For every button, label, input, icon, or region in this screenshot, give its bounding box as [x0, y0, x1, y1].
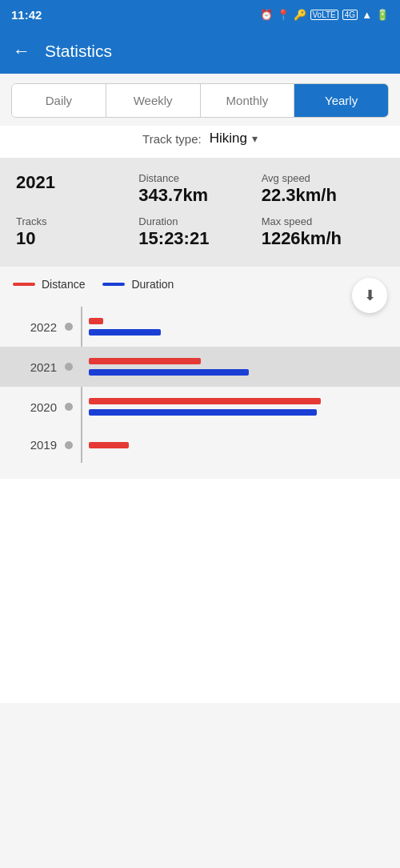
tab-monthly[interactable]: Monthly	[201, 84, 295, 117]
location-icon: 📍	[277, 9, 290, 21]
bar-duration-2020	[89, 409, 317, 416]
top-nav: ← Statistics	[0, 29, 400, 74]
bar-distance-2022	[89, 318, 103, 324]
bars-2022	[81, 318, 387, 336]
year-label-2021: 2021	[13, 360, 57, 374]
duration-label-cell: Duration 15:23:21	[138, 212, 261, 252]
export-icon: ⬇	[364, 287, 376, 304]
timeline-dot-2019	[65, 441, 73, 449]
bars-2020	[81, 398, 387, 416]
bar-distance-2020	[89, 398, 321, 404]
track-type-label: Track type:	[142, 132, 202, 146]
distance-value: 343.7km	[138, 185, 261, 206]
dropdown-arrow-icon: ▾	[252, 132, 258, 145]
chart-row-2021: 2021	[0, 347, 400, 387]
key-icon: 🔑	[294, 9, 306, 21]
maxspeed-value: 1226km/h	[262, 228, 384, 249]
chart-legend: Distance Duration	[13, 278, 387, 291]
tracks-value: 10	[16, 228, 138, 249]
track-type-value: Hiking	[210, 131, 247, 147]
year-label-2022: 2022	[13, 320, 57, 334]
bar-distance-2021	[89, 358, 201, 364]
back-button[interactable]: ←	[13, 41, 30, 62]
year-label-2019: 2019	[13, 438, 57, 452]
bottom-area	[0, 479, 400, 703]
timeline-col-2020	[57, 403, 81, 411]
bar-distance-2019	[89, 442, 129, 448]
status-icons: ⏰ 📍 🔑 VoLTE 4G ▲ 🔋	[260, 9, 390, 21]
battery-icon: 🔋	[376, 9, 389, 21]
bar-duration-2021	[89, 369, 249, 376]
tab-weekly[interactable]: Weekly	[106, 84, 201, 117]
stats-panel: 2021 Distance 343.7km Avg speed 22.3km/h…	[0, 158, 400, 267]
tracks-label: Tracks	[16, 215, 138, 227]
duration-label: Duration	[138, 215, 261, 227]
year-value: 2021	[16, 172, 138, 193]
bars-2019	[81, 442, 387, 448]
year-label-2020: 2020	[13, 400, 57, 414]
legend-duration: Duration	[102, 278, 174, 291]
duration-value: 15:23:21	[138, 228, 261, 249]
chart-row-2022: 2022	[13, 307, 387, 347]
legend-duration-line	[102, 283, 125, 286]
avgspeed-label-cell: Avg speed 22.3km/h	[262, 169, 384, 209]
legend-duration-label: Duration	[131, 278, 174, 291]
avgspeed-value: 22.3km/h	[262, 185, 384, 206]
chart-row-2020: 2020	[13, 387, 387, 427]
avgspeed-label: Avg speed	[262, 172, 384, 184]
year-cell: 2021	[16, 169, 138, 209]
4g-icon: 4G	[342, 10, 358, 20]
distance-label: Distance	[138, 172, 261, 184]
legend-distance-label: Distance	[42, 278, 85, 291]
bars-2021	[81, 358, 387, 376]
track-type-row: Track type: Hiking ▾	[0, 126, 400, 158]
page-title: Statistics	[45, 42, 112, 61]
tab-daily[interactable]: Daily	[12, 84, 106, 117]
timeline-dot-2020	[65, 403, 73, 411]
bar-duration-2022	[89, 329, 161, 336]
status-bar: 11:42 ⏰ 📍 🔑 VoLTE 4G ▲ 🔋	[0, 0, 400, 29]
tab-yearly[interactable]: Yearly	[294, 84, 388, 117]
signal-icon: ▲	[362, 9, 372, 21]
volte-icon: VoLTE	[310, 10, 338, 20]
maxspeed-label-cell: Max speed 1226km/h	[262, 212, 384, 252]
tab-bar: Daily Weekly Monthly Yearly	[11, 83, 389, 118]
track-type-select[interactable]: Hiking ▾	[210, 131, 258, 147]
timeline-dot-2022	[65, 323, 73, 331]
timeline-dot-2021	[65, 363, 73, 371]
legend-distance-line	[13, 283, 35, 286]
legend-distance: Distance	[13, 278, 85, 291]
chart-row-2019: 2019	[13, 427, 387, 463]
timeline-col-2019	[57, 441, 81, 449]
timeline-col-2022	[57, 323, 81, 331]
tracks-cell: Tracks 10	[16, 212, 138, 252]
timeline-col-2021	[57, 363, 81, 371]
maxspeed-label: Max speed	[262, 215, 384, 227]
alarm-icon: ⏰	[260, 9, 273, 21]
chart-rows: 2022 2021 2020	[13, 307, 387, 463]
distance-label-cell: Distance 343.7km	[138, 169, 261, 209]
status-time: 11:42	[11, 8, 42, 22]
chart-area: Distance Duration ⬇ 2022 2021	[0, 267, 400, 479]
